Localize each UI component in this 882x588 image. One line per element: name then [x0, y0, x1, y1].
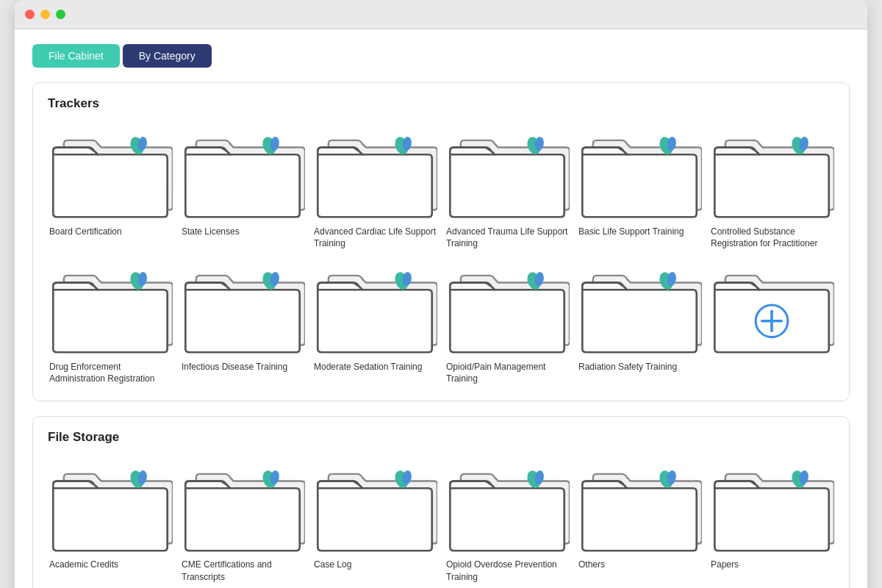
folder-controlled-substance[interactable]: Controlled Substance Registration for Pr…	[709, 124, 834, 249]
folder-icon-case-log	[312, 458, 437, 556]
folder-icon-moderate-sedation	[312, 259, 437, 358]
maximize-button[interactable]	[56, 10, 65, 19]
titlebar	[15, 0, 867, 29]
tab-file-cabinet[interactable]: File Cabinet	[32, 44, 120, 68]
trackers-title: Trackers	[48, 96, 834, 111]
folder-icon-drug-enforcement	[48, 259, 173, 358]
folder-academic-credits[interactable]: Academic Credits	[48, 458, 173, 583]
content-area: File Cabinet By Category Trackers Board …	[15, 29, 867, 588]
folder-advanced-cardiac[interactable]: Advanced Cardiac Life Support Training	[312, 124, 437, 249]
folder-drug-enforcement[interactable]: Drug Enforcement Administration Registra…	[48, 259, 173, 384]
folder-label-case-log: Case Log	[312, 559, 351, 570]
tab-bar: File Cabinet By Category	[32, 44, 850, 68]
folder-label-opioid-pain: Opioid/Pain Management Training	[445, 361, 570, 384]
trackers-section: Trackers Board Certification State Licen…	[32, 82, 850, 401]
folder-icon-opioid-pain	[445, 259, 570, 358]
tab-by-category[interactable]: By Category	[123, 44, 212, 68]
folder-icon-academic-credits	[48, 458, 173, 556]
folder-label-board-certification: Board Certification	[48, 226, 122, 237]
folder-icon-basic-life-support	[577, 124, 702, 223]
folder-label-advanced-cardiac: Advanced Cardiac Life Support Training	[312, 226, 437, 249]
folder-icon-board-certification	[48, 124, 173, 223]
minimize-button[interactable]	[40, 10, 50, 19]
folder-label-academic-credits: Academic Credits	[48, 559, 118, 570]
folder-papers[interactable]: Papers	[709, 458, 834, 583]
folder-state-licenses[interactable]: State Licenses	[180, 124, 305, 249]
folder-case-log[interactable]: Case Log	[312, 458, 437, 583]
main-window: File Cabinet By Category Trackers Board …	[15, 0, 867, 588]
folder-label-moderate-sedation: Moderate Sedation Training	[312, 361, 422, 373]
file-storage-section: File Storage Academic Credits CME Certif…	[32, 416, 850, 588]
folder-label-others: Others	[577, 559, 605, 570]
file-storage-grid: Academic Credits CME Certifications and …	[48, 458, 834, 588]
folder-label-infectious-disease: Infectious Disease Training	[180, 361, 287, 373]
folder-label-papers: Papers	[709, 559, 739, 570]
folder-board-certification[interactable]: Board Certification	[48, 124, 173, 249]
folder-icon-add-new	[709, 259, 834, 358]
close-button[interactable]	[25, 10, 35, 19]
folder-label-radiation-safety: Radiation Safety Training	[577, 361, 677, 373]
folder-basic-life-support[interactable]: Basic Life Support Training	[577, 124, 702, 249]
folder-label-opioid-overdose: Opioid Overdose Prevention Training	[445, 559, 570, 582]
folder-icon-advanced-cardiac	[312, 124, 437, 223]
folder-opioid-pain[interactable]: Opioid/Pain Management Training	[445, 259, 570, 384]
folder-add-new[interactable]	[709, 259, 834, 384]
folder-label-basic-life-support: Basic Life Support Training	[577, 226, 684, 237]
folder-infectious-disease[interactable]: Infectious Disease Training	[180, 259, 305, 384]
folder-icon-controlled-substance	[709, 124, 834, 223]
folder-icon-state-licenses	[180, 124, 305, 223]
folder-icon-radiation-safety	[577, 259, 702, 358]
folder-radiation-safety[interactable]: Radiation Safety Training	[577, 259, 702, 384]
folder-moderate-sedation[interactable]: Moderate Sedation Training	[312, 259, 437, 384]
folder-icon-others	[577, 458, 702, 556]
folder-icon-papers	[709, 458, 834, 556]
folder-icon-cme-certifications	[180, 458, 305, 556]
folder-others[interactable]: Others	[577, 458, 702, 583]
folder-label-state-licenses: State Licenses	[180, 226, 240, 237]
folder-icon-advanced-trauma	[445, 124, 570, 223]
folder-label-controlled-substance: Controlled Substance Registration for Pr…	[709, 226, 834, 249]
folder-label-advanced-trauma: Advanced Trauma Life Support Training	[445, 226, 570, 249]
trackers-grid: Board Certification State Licenses Advan…	[48, 124, 834, 384]
folder-icon-opioid-overdose	[445, 458, 570, 556]
folder-label-cme-certifications: CME Certifications and Transcripts	[180, 559, 305, 582]
folder-opioid-overdose[interactable]: Opioid Overdose Prevention Training	[445, 458, 570, 583]
folder-label-drug-enforcement: Drug Enforcement Administration Registra…	[48, 361, 173, 384]
folder-cme-certifications[interactable]: CME Certifications and Transcripts	[180, 458, 305, 583]
folder-advanced-trauma[interactable]: Advanced Trauma Life Support Training	[445, 124, 570, 249]
file-storage-title: File Storage	[48, 430, 834, 445]
folder-icon-infectious-disease	[180, 259, 305, 358]
